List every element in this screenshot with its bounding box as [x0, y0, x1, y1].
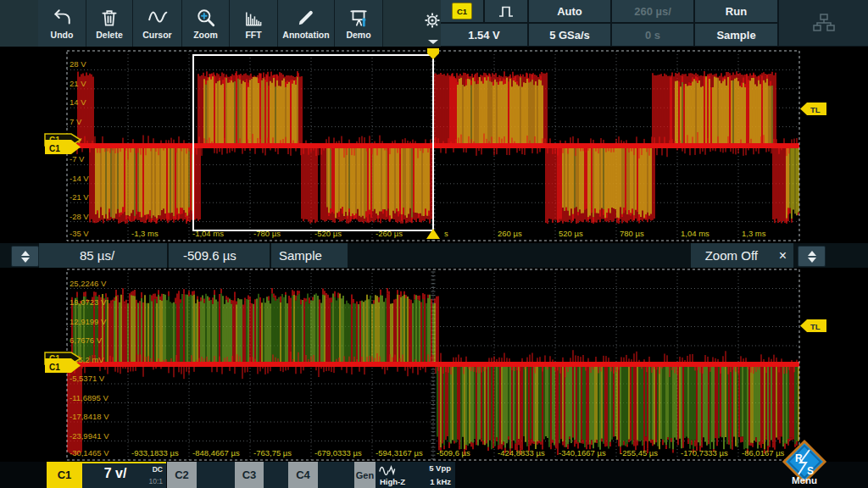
zoom-scale-cell[interactable]: 85 µs/	[39, 243, 167, 268]
acquisition-state-label: Run	[726, 5, 747, 18]
cursor-button[interactable]: Cursor	[133, 0, 182, 47]
trigger-mode-label: Auto	[557, 5, 582, 18]
v-axis-label: -23,9941 V	[70, 431, 109, 441]
channel-bar: C1 7 v/ DC 10:1 C2 C3 C4 Gen High-Z 5 Vp…	[0, 462, 868, 488]
v-axis-label: -11,6895 V	[70, 393, 108, 402]
stepper-up-icon	[21, 251, 30, 256]
zoom-scale-stepper[interactable]	[11, 246, 39, 267]
undo-icon	[52, 8, 72, 28]
zoom-waveform-display[interactable]: 25,2246 V19,0723 V12,9199 V6,7676 V615,2…	[0, 268, 868, 462]
trigger-source-cell[interactable]: C1	[441, 0, 483, 22]
acquisition-mode-label: Sample	[716, 29, 755, 42]
t-axis-label: -255,45 µs	[620, 448, 658, 458]
t-axis-label: -763,75 µs	[253, 448, 292, 458]
annotation-button[interactable]: Annotation	[278, 0, 335, 47]
t-axis-label: -340,1667 µs	[559, 448, 606, 458]
toolbar-button-label: Delete	[96, 30, 123, 40]
channel-4-label: C4	[296, 469, 310, 481]
acquisition-mode-cell[interactable]: Sample	[695, 24, 777, 46]
channel-3-tab[interactable]: C3	[235, 462, 264, 488]
t-axis-label: 1,04 ms	[681, 229, 709, 238]
stepper-up-icon	[808, 251, 816, 256]
presentation-icon	[348, 8, 369, 28]
rs-logo-letter-r: R	[795, 452, 803, 464]
channel-4-settings-panel[interactable]	[318, 462, 354, 488]
run-stop-cell[interactable]: Run	[695, 0, 777, 22]
v-axis-label: -21 V	[70, 192, 89, 202]
toolbar-button-label: Demo	[346, 30, 370, 40]
toolbar-button-label: Undo	[51, 30, 74, 40]
channel-1-coupling: DC	[153, 465, 163, 474]
v-axis-label: -17,8418 V	[70, 412, 109, 421]
channel-marker-label: C1	[49, 144, 60, 153]
trigger-level-cell[interactable]: 1.54 V	[441, 24, 527, 46]
t-axis-label: -170,7333 µs	[681, 448, 728, 458]
channel-2-tab[interactable]: C2	[167, 462, 197, 488]
network-status-cell[interactable]	[779, 0, 868, 46]
zoom-off-cell[interactable]: Zoom Off ×	[691, 243, 793, 268]
v-axis-label: -7 V	[70, 154, 85, 164]
demo-button[interactable]: Demo	[335, 0, 383, 47]
toolbar-button-label: Zoom	[193, 30, 218, 40]
t-axis-label: -424,8833 µs	[498, 448, 545, 458]
main-waveform-display[interactable]: s28 V21 V14 V7 V0 V-7 V-14 V-21 V-28 V-3…	[0, 47, 868, 243]
zoom-toolbar: 85 µs/ -509.6 µs Sample Zoom Off ×	[0, 243, 868, 268]
zoom-mode-label: Sample	[279, 248, 322, 263]
channel-3-settings-panel[interactable]	[264, 462, 288, 488]
t-axis-label: -1,04 ms	[192, 229, 224, 238]
channel-badge: C1	[452, 3, 472, 19]
zoom-close-button[interactable]: ×	[772, 243, 793, 268]
generator-settings-panel[interactable]: High-Z 5 Vpp 1 kHz	[376, 462, 455, 488]
oscilloscope-screen: { "toolbar": { "buttons": [ {"label":"Un…	[0, 0, 868, 488]
timebase-label: 260 µs/	[634, 5, 671, 18]
magnifier-icon	[196, 8, 216, 28]
toolbar-button-label: FFT	[245, 30, 261, 40]
trigger-level-label: 1.54 V	[468, 29, 500, 42]
t-axis-label: -86,0167 µs	[742, 448, 785, 458]
v-axis-label: -14 V	[70, 174, 89, 183]
zoom-mode-cell[interactable]: Sample	[271, 243, 348, 268]
zoom-button[interactable]: Zoom	[182, 0, 230, 47]
channel-1-settings-panel[interactable]: 7 v/ DC 10:1	[82, 462, 166, 488]
generator-waveform-icon	[379, 464, 398, 475]
trigger-type-cell[interactable]	[485, 0, 527, 22]
timebase-cell[interactable]: 260 µs/	[612, 0, 693, 22]
generator-frequency: 1 kHz	[430, 477, 451, 486]
generator-label: Gen	[356, 470, 374, 480]
horizontal-position-cell[interactable]: 0 s	[612, 24, 693, 46]
channel-4-tab[interactable]: C4	[288, 462, 318, 488]
channel-1-tab[interactable]: C1	[47, 462, 82, 488]
v-axis-label: 28 V	[70, 59, 86, 69]
zoom-position-cell[interactable]: -509.6 µs	[169, 243, 270, 268]
undo-button[interactable]: Undo	[38, 0, 86, 47]
gear-icon	[424, 12, 441, 29]
zoom-position-stepper[interactable]	[798, 246, 826, 267]
channel-1-scale: 7 v/	[82, 466, 148, 481]
zoom-position-label: -509.6 µs	[183, 248, 236, 263]
channel-marker-label: C1	[49, 363, 60, 372]
delete-button[interactable]: Delete	[86, 0, 133, 47]
toolbar-collapse-arrow[interactable]	[428, 40, 438, 44]
menu-button[interactable]: Menu	[782, 475, 827, 485]
v-axis-label: 12,9199 V	[70, 317, 107, 326]
v-axis-label: 21 V	[70, 79, 86, 88]
sample-rate-cell[interactable]: 5 GSa/s	[529, 24, 610, 46]
trigger-edge-icon	[498, 4, 515, 19]
toolbar-buttons: Undo Delete Cursor Zoom FFT Annotation D…	[38, 0, 383, 47]
toolbar-button-label: Annotation	[282, 30, 329, 40]
v-axis-label: -5,5371 V	[70, 374, 105, 383]
channel-2-settings-panel[interactable]	[197, 462, 235, 488]
channel-1-probe: 10:1	[148, 477, 163, 485]
trigger-mode-cell[interactable]: Auto	[529, 0, 610, 22]
top-toolbar: Undo Delete Cursor Zoom FFT Annotation D…	[0, 0, 868, 47]
channel-1-label: C1	[58, 469, 72, 481]
channel-3-label: C3	[242, 469, 257, 481]
zoom-off-label: Zoom Off	[691, 243, 772, 268]
generator-tab[interactable]: Gen	[354, 462, 376, 488]
horizontal-position-label: 0 s	[645, 29, 660, 42]
pencil-icon	[296, 8, 316, 28]
generator-amplitude: 5 Vpp	[429, 463, 451, 473]
fft-button[interactable]: FFT	[230, 0, 278, 47]
trigger-level-label: TL	[810, 322, 821, 331]
sine-cursor-icon	[147, 8, 168, 28]
